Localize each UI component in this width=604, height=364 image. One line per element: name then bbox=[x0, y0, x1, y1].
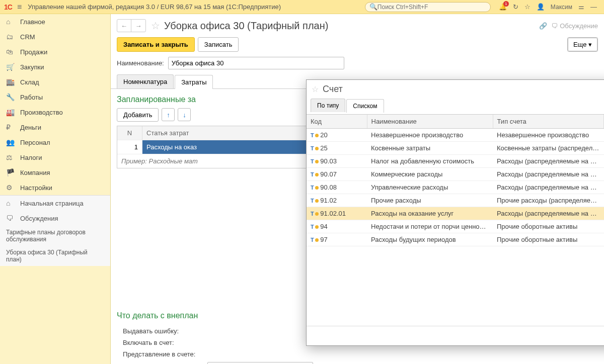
account-row[interactable]: T 25Косвенные затратыКосвенные затраты (… bbox=[307, 142, 604, 155]
calc-method-select[interactable]: По себестоимости с наценкой ▾ bbox=[207, 362, 313, 364]
tab-nomenclature[interactable]: Номенклатура bbox=[117, 74, 174, 88]
sidebar-label: Продажи bbox=[20, 48, 47, 56]
history-icon[interactable]: ↻ bbox=[513, 3, 518, 11]
account-icon: T bbox=[311, 171, 319, 177]
bell-icon[interactable]: 🔔1 bbox=[499, 3, 507, 11]
account-row[interactable]: T 90.07Коммерческие расходыРасходы (расп… bbox=[307, 168, 604, 181]
account-icon: T bbox=[311, 132, 319, 138]
sidebar-item[interactable]: 🛍Продажи bbox=[0, 44, 110, 59]
col-n: N bbox=[117, 126, 142, 140]
accounts-table: Код Наименование Тип счета Акт. Вал. T 2… bbox=[307, 115, 604, 246]
sidebar-icon: ⌂ bbox=[6, 18, 16, 26]
search-box[interactable]: 🔍 bbox=[365, 2, 491, 12]
popup-star-icon[interactable]: ☆ bbox=[312, 84, 319, 94]
page-title: Уборка офиса 30 (Тарифный план) bbox=[164, 20, 328, 32]
name-label: Наименование: bbox=[117, 59, 164, 67]
include-bill-label: Включать в счет: bbox=[123, 339, 203, 346]
sidebar-item[interactable]: 🏴Компания bbox=[0, 165, 110, 180]
account-row[interactable]: T 97Расходы будущих периодовПрочие оборо… bbox=[307, 233, 604, 246]
sidebar-item[interactable]: 🛒Закупки bbox=[0, 59, 110, 74]
sidebar-item[interactable]: 🗂CRM bbox=[0, 29, 110, 44]
presentation-label: Представление в счете: bbox=[123, 350, 203, 358]
user-icon[interactable]: 👤 bbox=[537, 3, 545, 11]
menu-icon[interactable]: ≡ bbox=[17, 3, 22, 12]
save-close-button[interactable]: Записать и закрыть bbox=[117, 37, 195, 52]
main: ← → ☆ Уборка офиса 30 (Тарифный план) 🔗 … bbox=[111, 14, 604, 364]
topbar: 1C ≡ Управление нашей фирмой, редакция 3… bbox=[0, 0, 604, 14]
open-tab-item[interactable]: Уборка офиса 30 (Тарифный план) bbox=[0, 246, 110, 266]
logo-1c: 1C bbox=[4, 3, 12, 11]
account-icon: T bbox=[311, 237, 319, 243]
user-name: Максим bbox=[551, 4, 572, 11]
link-icon[interactable]: 🔗 bbox=[539, 22, 547, 30]
sidebar-item[interactable]: 👥Персонал bbox=[0, 135, 110, 150]
filter-icon[interactable]: ⚌ bbox=[578, 3, 584, 11]
save-button[interactable]: Записать bbox=[198, 37, 239, 52]
more-button[interactable]: Еще ▾ bbox=[568, 38, 597, 51]
account-row[interactable]: T 90.03Налог на добавленную стоимостьРас… bbox=[307, 155, 604, 168]
name-input[interactable] bbox=[168, 57, 344, 69]
sidebar-label: Налоги bbox=[20, 154, 42, 161]
col-name: Наименование bbox=[367, 115, 493, 129]
nav-back[interactable]: ← bbox=[117, 20, 131, 32]
move-up-button[interactable]: ↑ bbox=[162, 108, 175, 121]
bell-badge: 1 bbox=[503, 1, 509, 7]
sidebar-icon: 🏭 bbox=[6, 108, 16, 116]
open-tab-item[interactable]: Тарифные планы договоров обслуживания bbox=[0, 226, 110, 246]
col-type: Тип счета bbox=[493, 115, 603, 129]
sidebar-icon: 👥 bbox=[6, 138, 16, 146]
sidebar-item[interactable]: ⚖Налоги bbox=[0, 150, 110, 165]
sidebar-item[interactable]: 🏬Склад bbox=[0, 74, 110, 89]
sidebar-item[interactable]: 🏭Производство bbox=[0, 105, 110, 120]
nav-fwd[interactable]: → bbox=[131, 20, 145, 32]
sidebar-icon: 🛒 bbox=[6, 63, 16, 71]
account-icon: T bbox=[311, 198, 319, 204]
sidebar-label: CRM bbox=[20, 33, 35, 41]
nav-arrows: ← → bbox=[117, 19, 146, 32]
search-input[interactable] bbox=[378, 4, 486, 11]
sidebar-icon: 🏬 bbox=[6, 78, 16, 86]
sidebar: ⌂Главное🗂CRM🛍Продажи🛒Закупки🏬Склад🔧Работ… bbox=[0, 14, 111, 364]
account-row[interactable]: T 91.02Прочие расходыПрочие расходы (рас… bbox=[307, 194, 604, 207]
sidebar-icon: 🏴 bbox=[6, 168, 16, 176]
minimize-icon[interactable]: — bbox=[590, 3, 597, 11]
account-icon: T bbox=[311, 211, 319, 217]
sidebar-label: Склад bbox=[20, 78, 39, 86]
add-button[interactable]: Добавить bbox=[117, 108, 159, 122]
account-row[interactable]: T 94Недостачи и потери от порчи ценносте… bbox=[307, 220, 604, 233]
account-row[interactable]: T 90.08Управленческие расходыРасходы (ра… bbox=[307, 181, 604, 194]
account-icon: T bbox=[311, 224, 319, 230]
sidebar-label: Деньги bbox=[20, 124, 41, 131]
sidebar-item[interactable]: ₽Деньги bbox=[0, 120, 110, 135]
account-icon: T bbox=[311, 158, 319, 164]
sidebar-sub-item[interactable]: ⌂Начальная страница bbox=[0, 196, 110, 211]
star-icon[interactable]: ☆ bbox=[524, 3, 531, 11]
tab-costs[interactable]: Затраты bbox=[175, 75, 213, 89]
move-down-button[interactable]: ↓ bbox=[178, 108, 191, 121]
account-popup: ☆ Счет 🔗 ⋮ ▢ ✕ По типу Списком Код Наиме… bbox=[306, 79, 604, 346]
account-icon: T bbox=[311, 185, 319, 191]
discuss-link[interactable]: 🗨 Обсуждение bbox=[551, 22, 598, 30]
search-icon: 🔍 bbox=[369, 3, 378, 11]
popup-tab-bytype[interactable]: По типу bbox=[311, 99, 345, 112]
sidebar-icon: 🗂 bbox=[6, 33, 16, 41]
sidebar-icon: ⚙ bbox=[6, 184, 16, 192]
account-row[interactable]: T 91.02.01Расходы на оказание услугРасхо… bbox=[307, 207, 604, 220]
sidebar-icon: ₽ bbox=[6, 123, 16, 131]
sidebar-sub-item[interactable]: 🗨Обсуждения bbox=[0, 211, 110, 226]
favorite-icon[interactable]: ☆ bbox=[151, 20, 160, 32]
sidebar-label: Персонал bbox=[20, 139, 50, 146]
popup-title: Счет bbox=[323, 84, 343, 95]
sidebar-label: Работы bbox=[20, 94, 43, 101]
sidebar-label: Компания bbox=[20, 169, 50, 176]
account-row[interactable]: T 20Незавершенное производствоНезавершен… bbox=[307, 129, 604, 142]
popup-tab-list[interactable]: Списком bbox=[346, 99, 384, 113]
sidebar-item[interactable]: ⚙Настройки bbox=[0, 180, 110, 195]
sidebar-icon: 🔧 bbox=[6, 93, 16, 101]
sidebar-label: Производство bbox=[20, 109, 63, 116]
sidebar-item[interactable]: ⌂Главное bbox=[0, 14, 110, 29]
sidebar-label: Закупки bbox=[20, 63, 44, 71]
account-icon: T bbox=[311, 145, 319, 151]
sidebar-item[interactable]: 🔧Работы bbox=[0, 89, 110, 105]
sidebar-icon: ⚖ bbox=[6, 153, 16, 161]
